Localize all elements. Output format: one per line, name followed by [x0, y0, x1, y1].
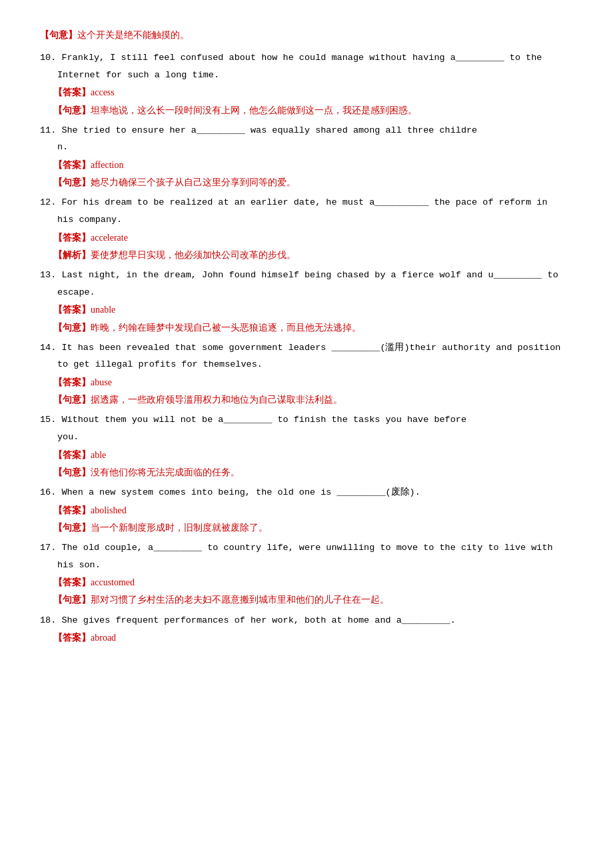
question-8-answer-bracket: 【答案】 [53, 577, 91, 587]
question-7-answer-bracket: 【答案】 [53, 505, 91, 515]
question-4-sentence-text: 昨晚，约翰在睡梦中发现自己被一头恶狼追逐，而且他无法逃掉。 [91, 323, 361, 333]
question-2-answer: 【答案】affection [53, 157, 573, 173]
question-4: 13. Last night, in the dream, John found… [40, 267, 573, 336]
question-3-sentence: 【解析】要使梦想早日实现，他必须加快公司改革的步伐。 [53, 247, 573, 263]
question-9-line1: 18. She gives frequent performances of h… [40, 613, 573, 629]
question-8-line2: his son. [57, 557, 573, 573]
question-1-line1: 10. Frankly, I still feel confused about… [40, 50, 573, 66]
question-8-sentence: 【句意】那对习惯了乡村生活的老夫妇不愿意搬到城市里和他们的儿子住在一起。 [53, 591, 573, 608]
question-3: 12. For his dream to be realized at an e… [40, 195, 573, 263]
question-7-sentence-text: 当一个新制度形成时，旧制度就被废除了。 [91, 523, 268, 533]
question-2-sentence-text: 她尽力确保三个孩子从自己这里分享到同等的爱。 [91, 177, 296, 187]
question-3-sentence-text: 要使梦想早日实现，他必须加快公司改革的步伐。 [91, 250, 296, 260]
question-8-line1: 17. The old couple, a_________ to countr… [40, 540, 573, 556]
question-6-answer-bracket: 【答案】 [53, 450, 91, 460]
question-1: 10. Frankly, I still feel confused about… [40, 50, 573, 119]
question-3-line2: his company. [57, 212, 573, 228]
question-7-sentence: 【句意】当一个新制度形成时，旧制度就被废除了。 [53, 519, 573, 536]
question-7-line1: 16. When a new system comes into being, … [40, 485, 573, 501]
question-8-answer-text: accustomed [91, 577, 135, 587]
question-4-line1: 13. Last night, in the dream, John found… [40, 267, 573, 283]
top-note-bracket: 【句意】 [40, 30, 77, 40]
question-1-answer: 【答案】access [53, 84, 573, 101]
question-1-line2: Internet for such a long time. [57, 67, 573, 83]
question-6-sentence: 【句意】没有他们你将无法完成面临的任务。 [53, 464, 573, 481]
question-7-answer: 【答案】abolished [53, 502, 573, 519]
question-6-line1: 15. Without them you will not be a______… [40, 412, 573, 428]
question-6-sentence-bracket: 【句意】 [53, 467, 91, 477]
question-6: 15. Without them you will not be a______… [40, 412, 573, 481]
question-7: 16. When a new system comes into being, … [40, 485, 573, 536]
question-5-sentence-text: 据透露，一些政府领导滥用权力和地位为自己谋取非法利益。 [91, 395, 342, 405]
question-6-answer-text: able [91, 450, 106, 460]
question-7-sentence-bracket: 【句意】 [53, 523, 91, 533]
question-5-answer: 【答案】abuse [53, 374, 573, 391]
question-6-line2: you. [57, 429, 573, 445]
question-5-sentence: 【句意】据透露，一些政府领导滥用权力和地位为自己谋取非法利益。 [53, 391, 573, 408]
question-2-line1: 11. She tried to ensure her a_________ w… [40, 123, 573, 139]
question-1-sentence-bracket: 【句意】 [53, 105, 91, 115]
question-2-sentence-bracket: 【句意】 [53, 177, 91, 187]
question-3-line1: 12. For his dream to be realized at an e… [40, 195, 573, 211]
question-5-line2: to get illegal profits for themselves. [57, 357, 573, 373]
questions-container: 10. Frankly, I still feel confused about… [40, 50, 573, 646]
question-1-sentence-text: 坦率地说，这么长一段时间没有上网，他怎么能做到这一点，我还是感到困惑。 [91, 105, 417, 115]
top-note-text: 这个开关是绝不能触摸的。 [77, 30, 189, 40]
question-5-answer-text: abuse [91, 377, 112, 387]
question-5-sentence-bracket: 【句意】 [53, 395, 91, 405]
question-8-answer: 【答案】accustomed [53, 574, 573, 591]
question-1-answer-text: access [91, 87, 115, 97]
question-2-answer-text: affection [91, 160, 124, 170]
question-4-answer: 【答案】unable [53, 301, 573, 318]
question-7-answer-text: abolished [91, 505, 127, 515]
question-2-line2: n. [57, 139, 573, 155]
question-9-answer-text: abroad [91, 633, 116, 643]
question-9-answer: 【答案】abroad [53, 629, 573, 646]
question-3-answer-bracket: 【答案】 [53, 233, 91, 243]
question-2-answer-bracket: 【答案】 [53, 160, 91, 170]
question-4-sentence-bracket: 【句意】 [53, 323, 91, 333]
question-2: 11. She tried to ensure her a_________ w… [40, 123, 573, 191]
question-6-answer: 【答案】able [53, 447, 573, 463]
question-5: 14. It has been revealed that some gover… [40, 340, 573, 409]
question-1-answer-bracket: 【答案】 [53, 87, 91, 97]
question-4-sentence: 【句意】昨晚，约翰在睡梦中发现自己被一头恶狼追逐，而且他无法逃掉。 [53, 319, 573, 336]
question-8: 17. The old couple, a_________ to countr… [40, 540, 573, 609]
question-4-line2: escape. [57, 285, 573, 301]
question-2-sentence: 【句意】她尽力确保三个孩子从自己这里分享到同等的爱。 [53, 174, 573, 191]
question-8-sentence-text: 那对习惯了乡村生活的老夫妇不愿意搬到城市里和他们的儿子住在一起。 [91, 595, 389, 605]
question-3-sentence-bracket: 【解析】 [53, 250, 91, 260]
question-9-answer-bracket: 【答案】 [53, 633, 91, 643]
question-4-answer-text: unable [91, 305, 115, 315]
question-5-answer-bracket: 【答案】 [53, 377, 91, 387]
question-5-line1: 14. It has been revealed that some gover… [40, 340, 573, 356]
question-8-sentence-bracket: 【句意】 [53, 595, 91, 605]
question-3-answer-text: accelerate [91, 233, 128, 243]
question-4-answer-bracket: 【答案】 [53, 305, 91, 315]
question-3-answer: 【答案】accelerate [53, 229, 573, 246]
question-6-sentence-text: 没有他们你将无法完成面临的任务。 [91, 467, 240, 477]
question-9: 18. She gives frequent performances of h… [40, 613, 573, 647]
question-1-sentence: 【句意】坦率地说，这么长一段时间没有上网，他怎么能做到这一点，我还是感到困惑。 [53, 102, 573, 119]
top-note: 【句意】这个开关是绝不能触摸的。 [40, 27, 573, 43]
